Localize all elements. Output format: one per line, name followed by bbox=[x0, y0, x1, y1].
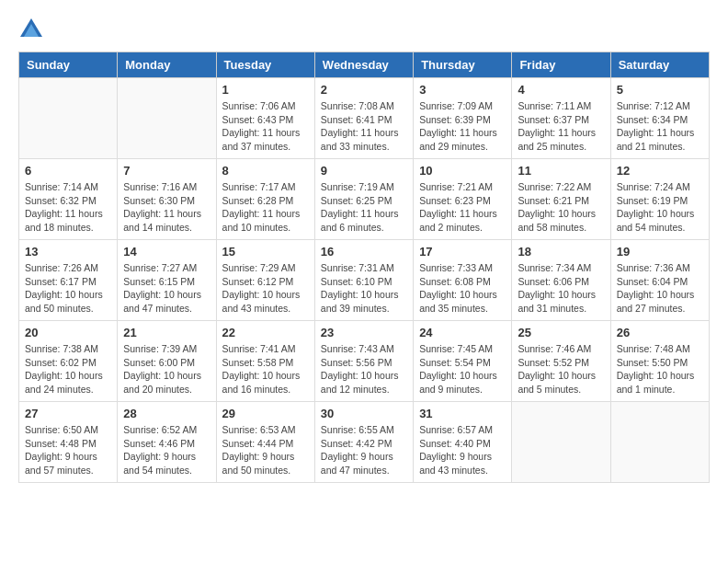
calendar-cell: 14Sunrise: 7:27 AMSunset: 6:15 PMDayligh… bbox=[118, 240, 216, 321]
day-info: Sunrise: 7:11 AMSunset: 6:37 PMDaylight:… bbox=[518, 99, 604, 154]
day-info: Sunrise: 7:46 AMSunset: 5:52 PMDaylight:… bbox=[518, 342, 604, 396]
day-info: Sunrise: 6:50 AMSunset: 4:48 PMDaylight:… bbox=[25, 423, 111, 477]
day-info: Sunrise: 7:16 AMSunset: 6:30 PMDaylight:… bbox=[123, 180, 210, 235]
day-number: 3 bbox=[419, 83, 506, 97]
weekday-header: Friday bbox=[512, 52, 610, 78]
day-number: 13 bbox=[25, 245, 111, 259]
day-number: 28 bbox=[123, 407, 210, 420]
day-number: 18 bbox=[518, 245, 604, 259]
day-number: 21 bbox=[123, 326, 210, 339]
day-info: Sunrise: 7:27 AMSunset: 6:15 PMDaylight:… bbox=[123, 261, 210, 316]
calendar-cell: 12Sunrise: 7:24 AMSunset: 6:19 PMDayligh… bbox=[610, 159, 709, 240]
day-info: Sunrise: 6:52 AMSunset: 4:46 PMDaylight:… bbox=[123, 423, 210, 477]
day-info: Sunrise: 7:09 AMSunset: 6:39 PMDaylight:… bbox=[419, 99, 506, 154]
day-info: Sunrise: 7:14 AMSunset: 6:32 PMDaylight:… bbox=[25, 180, 111, 235]
day-number: 24 bbox=[419, 326, 506, 339]
calendar-cell: 17Sunrise: 7:33 AMSunset: 6:08 PMDayligh… bbox=[414, 240, 512, 321]
day-number: 17 bbox=[419, 245, 506, 259]
calendar-cell bbox=[118, 78, 216, 159]
calendar-cell: 30Sunrise: 6:55 AMSunset: 4:42 PMDayligh… bbox=[314, 402, 413, 483]
page-header bbox=[0, 0, 728, 52]
calendar-cell: 24Sunrise: 7:45 AMSunset: 5:54 PMDayligh… bbox=[414, 321, 512, 402]
calendar-cell: 21Sunrise: 7:39 AMSunset: 6:00 PMDayligh… bbox=[118, 321, 216, 402]
calendar-cell: 5Sunrise: 7:12 AMSunset: 6:34 PMDaylight… bbox=[610, 78, 709, 159]
day-info: Sunrise: 7:21 AMSunset: 6:23 PMDaylight:… bbox=[419, 180, 506, 235]
day-number: 11 bbox=[518, 164, 604, 178]
day-info: Sunrise: 6:55 AMSunset: 4:42 PMDaylight:… bbox=[321, 423, 407, 477]
calendar-cell: 27Sunrise: 6:50 AMSunset: 4:48 PMDayligh… bbox=[19, 402, 118, 483]
calendar-cell: 13Sunrise: 7:26 AMSunset: 6:17 PMDayligh… bbox=[19, 240, 118, 321]
day-number: 22 bbox=[222, 326, 309, 339]
calendar-cell: 2Sunrise: 7:08 AMSunset: 6:41 PMDaylight… bbox=[314, 78, 413, 159]
day-info: Sunrise: 7:29 AMSunset: 6:12 PMDaylight:… bbox=[222, 261, 309, 316]
day-number: 1 bbox=[222, 83, 309, 97]
day-info: Sunrise: 7:34 AMSunset: 6:06 PMDaylight:… bbox=[518, 261, 604, 316]
day-number: 31 bbox=[419, 407, 506, 420]
day-number: 25 bbox=[518, 326, 604, 339]
day-number: 2 bbox=[321, 83, 407, 97]
weekday-header: Tuesday bbox=[216, 52, 314, 78]
day-number: 10 bbox=[419, 164, 506, 178]
calendar-cell: 20Sunrise: 7:38 AMSunset: 6:02 PMDayligh… bbox=[19, 321, 118, 402]
week-row: 13Sunrise: 7:26 AMSunset: 6:17 PMDayligh… bbox=[19, 240, 710, 321]
calendar-cell: 29Sunrise: 6:53 AMSunset: 4:44 PMDayligh… bbox=[216, 402, 314, 483]
day-info: Sunrise: 7:12 AMSunset: 6:34 PMDaylight:… bbox=[617, 99, 703, 154]
day-info: Sunrise: 7:39 AMSunset: 6:00 PMDaylight:… bbox=[123, 342, 210, 396]
calendar-cell: 11Sunrise: 7:22 AMSunset: 6:21 PMDayligh… bbox=[512, 159, 610, 240]
calendar-wrapper: SundayMondayTuesdayWednesdayThursdayFrid… bbox=[0, 52, 728, 492]
calendar-cell: 18Sunrise: 7:34 AMSunset: 6:06 PMDayligh… bbox=[512, 240, 610, 321]
calendar-cell bbox=[512, 402, 610, 483]
calendar-cell: 10Sunrise: 7:21 AMSunset: 6:23 PMDayligh… bbox=[414, 159, 512, 240]
weekday-header: Monday bbox=[118, 52, 216, 78]
calendar-cell: 6Sunrise: 7:14 AMSunset: 6:32 PMDaylight… bbox=[19, 159, 118, 240]
week-row: 20Sunrise: 7:38 AMSunset: 6:02 PMDayligh… bbox=[19, 321, 710, 402]
day-number: 23 bbox=[321, 326, 407, 339]
calendar-cell: 26Sunrise: 7:48 AMSunset: 5:50 PMDayligh… bbox=[610, 321, 709, 402]
calendar-cell: 28Sunrise: 6:52 AMSunset: 4:46 PMDayligh… bbox=[118, 402, 216, 483]
logo bbox=[18, 17, 48, 42]
day-number: 12 bbox=[617, 164, 703, 178]
calendar-cell: 31Sunrise: 6:57 AMSunset: 4:40 PMDayligh… bbox=[414, 402, 512, 483]
week-row: 27Sunrise: 6:50 AMSunset: 4:48 PMDayligh… bbox=[19, 402, 710, 483]
day-number: 15 bbox=[222, 245, 309, 259]
calendar-table: SundayMondayTuesdayWednesdayThursdayFrid… bbox=[18, 52, 710, 483]
day-info: Sunrise: 7:06 AMSunset: 6:43 PMDaylight:… bbox=[222, 99, 309, 154]
week-row: 1Sunrise: 7:06 AMSunset: 6:43 PMDaylight… bbox=[19, 78, 710, 159]
day-info: Sunrise: 7:38 AMSunset: 6:02 PMDaylight:… bbox=[25, 342, 111, 396]
day-number: 30 bbox=[321, 407, 407, 420]
weekday-header: Wednesday bbox=[314, 52, 413, 78]
calendar-cell: 15Sunrise: 7:29 AMSunset: 6:12 PMDayligh… bbox=[216, 240, 314, 321]
calendar-cell: 1Sunrise: 7:06 AMSunset: 6:43 PMDaylight… bbox=[216, 78, 314, 159]
day-number: 4 bbox=[518, 83, 604, 97]
day-info: Sunrise: 7:26 AMSunset: 6:17 PMDaylight:… bbox=[25, 261, 111, 316]
day-number: 19 bbox=[617, 245, 703, 259]
calendar-cell: 7Sunrise: 7:16 AMSunset: 6:30 PMDaylight… bbox=[118, 159, 216, 240]
day-number: 6 bbox=[25, 164, 111, 178]
calendar-cell: 25Sunrise: 7:46 AMSunset: 5:52 PMDayligh… bbox=[512, 321, 610, 402]
day-info: Sunrise: 7:45 AMSunset: 5:54 PMDaylight:… bbox=[419, 342, 506, 396]
calendar-cell: 16Sunrise: 7:31 AMSunset: 6:10 PMDayligh… bbox=[314, 240, 413, 321]
weekday-header: Thursday bbox=[414, 52, 512, 78]
day-info: Sunrise: 7:41 AMSunset: 5:58 PMDaylight:… bbox=[222, 342, 309, 396]
weekday-header: Sunday bbox=[19, 52, 118, 78]
logo-icon bbox=[18, 17, 44, 42]
calendar-cell: 19Sunrise: 7:36 AMSunset: 6:04 PMDayligh… bbox=[610, 240, 709, 321]
day-number: 20 bbox=[25, 326, 111, 339]
calendar-cell bbox=[610, 402, 709, 483]
calendar-cell: 8Sunrise: 7:17 AMSunset: 6:28 PMDaylight… bbox=[216, 159, 314, 240]
day-number: 9 bbox=[321, 164, 407, 178]
calendar-cell: 23Sunrise: 7:43 AMSunset: 5:56 PMDayligh… bbox=[314, 321, 413, 402]
day-number: 27 bbox=[25, 407, 111, 420]
day-info: Sunrise: 7:17 AMSunset: 6:28 PMDaylight:… bbox=[222, 180, 309, 235]
calendar-cell: 3Sunrise: 7:09 AMSunset: 6:39 PMDaylight… bbox=[414, 78, 512, 159]
day-info: Sunrise: 7:33 AMSunset: 6:08 PMDaylight:… bbox=[419, 261, 506, 316]
day-info: Sunrise: 7:43 AMSunset: 5:56 PMDaylight:… bbox=[321, 342, 407, 396]
day-info: Sunrise: 7:48 AMSunset: 5:50 PMDaylight:… bbox=[617, 342, 703, 396]
day-number: 26 bbox=[617, 326, 703, 339]
day-number: 5 bbox=[617, 83, 703, 97]
day-number: 14 bbox=[123, 245, 210, 259]
weekday-header-row: SundayMondayTuesdayWednesdayThursdayFrid… bbox=[19, 52, 710, 78]
day-info: Sunrise: 6:53 AMSunset: 4:44 PMDaylight:… bbox=[222, 423, 309, 477]
day-info: Sunrise: 7:08 AMSunset: 6:41 PMDaylight:… bbox=[321, 99, 407, 154]
calendar-cell: 9Sunrise: 7:19 AMSunset: 6:25 PMDaylight… bbox=[314, 159, 413, 240]
